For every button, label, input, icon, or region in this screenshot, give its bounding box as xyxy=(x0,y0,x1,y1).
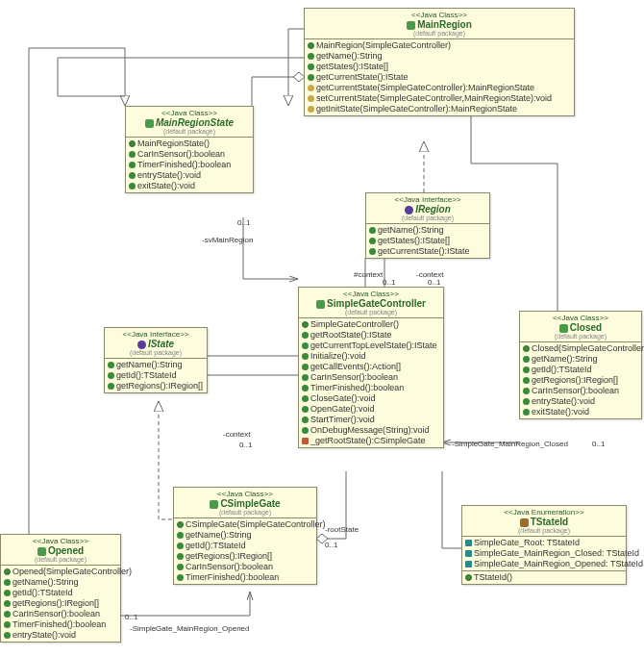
member: CSimpleGate(SimpleGateController) xyxy=(177,519,313,530)
public-icon xyxy=(177,574,184,581)
member: getCallEvents():Action[] xyxy=(302,362,440,372)
class-icon xyxy=(559,324,568,333)
stereotype-label: <<Java Class>> xyxy=(5,537,116,545)
class-name: IRegion xyxy=(370,204,485,214)
enum-literal: SimpleGate_Root: TStateId xyxy=(465,538,623,548)
public-icon xyxy=(369,248,376,255)
member: getName():String xyxy=(308,51,571,62)
edge-label-context: -context xyxy=(223,430,250,439)
stereotype-label: <<Java Interface>> xyxy=(370,195,485,204)
member: CarInSensor():boolean xyxy=(523,386,638,396)
public-icon xyxy=(302,395,309,402)
member: getId():TStateId xyxy=(523,365,638,375)
public-icon xyxy=(523,377,530,384)
edge-mult: 0..1 xyxy=(237,218,250,227)
member: getName():String xyxy=(4,577,117,588)
public-icon xyxy=(523,356,530,363)
class-name: SimpleGateController xyxy=(303,298,439,309)
package-label: (default package) xyxy=(178,509,312,516)
members: SimpleGateController()getRootState():ISt… xyxy=(299,318,443,447)
public-icon xyxy=(4,632,11,639)
edge-mult: 0..1 xyxy=(592,440,605,448)
class-icon xyxy=(145,119,154,128)
class-name: IState xyxy=(109,339,203,349)
package-label: (default package) xyxy=(466,527,622,534)
members: TStateId() xyxy=(462,571,626,584)
public-icon xyxy=(308,53,314,60)
member: getCurrentState(SimpleGateController):Ma… xyxy=(308,83,571,93)
member: OnDebugMessage(String):void xyxy=(302,425,440,436)
constructor-icon xyxy=(177,521,184,528)
edge-label-opened: -SimpleGate_MainRegion_Opened xyxy=(130,624,250,633)
literal-icon xyxy=(465,561,472,568)
constructor-icon xyxy=(302,321,309,328)
interface-istate: <<Java Interface>> IState (default packa… xyxy=(104,327,208,393)
public-icon xyxy=(4,621,11,628)
protected-icon xyxy=(308,85,314,91)
class-name: MainRegion xyxy=(309,19,570,30)
class-csimple-gate: <<Java Class>> CSimpleGate (default pack… xyxy=(173,487,317,585)
package-label: (default package) xyxy=(303,309,439,315)
package-label: (default package) xyxy=(5,556,116,563)
member: getRegions():IRegion[] xyxy=(4,598,117,609)
class-header: <<Java Enumeration>> TStateId (default p… xyxy=(462,506,626,537)
public-icon xyxy=(4,590,11,596)
class-header: <<Java Interface>> IRegion (default pack… xyxy=(366,193,489,224)
class-icon xyxy=(316,300,325,309)
member: TimerFinished():boolean xyxy=(129,160,250,170)
member: StartTimer():void xyxy=(302,415,440,425)
member: getId():TStateId xyxy=(177,541,313,551)
edge-label-rootstate: -rootState xyxy=(325,525,359,534)
class-header: <<Java Class>> CSimpleGate (default pack… xyxy=(174,488,316,518)
public-icon xyxy=(177,553,184,560)
edge-mult: 0..1 xyxy=(325,541,337,549)
class-main-region: <<Java Class>> MainRegion (default packa… xyxy=(304,8,575,116)
member: CarInSensor():boolean xyxy=(129,149,250,160)
public-icon xyxy=(108,362,114,368)
static-icon xyxy=(302,438,309,444)
members: CSimpleGate(SimpleGateController)getName… xyxy=(174,518,316,584)
constructor-icon xyxy=(4,568,11,575)
interface-icon xyxy=(405,206,413,214)
public-icon xyxy=(177,564,184,570)
stereotype-label: <<Java Class>> xyxy=(130,109,249,117)
interface-icon xyxy=(137,341,146,349)
constructor-icon xyxy=(308,42,314,49)
public-icon xyxy=(129,151,136,158)
class-icon xyxy=(37,547,46,556)
interface-iregion: <<Java Interface>> IRegion (default pack… xyxy=(365,192,490,259)
literal-icon xyxy=(465,550,472,557)
class-name: CSimpleGate xyxy=(178,498,312,509)
public-icon xyxy=(4,611,11,618)
class-name: MainRegionState xyxy=(130,117,249,128)
enum-literal: SimpleGate_MainRegion_Closed: TStateId xyxy=(465,548,623,559)
members: Closed(SimpleGateController)getName():St… xyxy=(520,342,641,418)
member: _getRootState():CSimpleGate xyxy=(302,436,440,446)
member: setCurrentState(SimpleGateController,Mai… xyxy=(308,93,571,104)
member: TimerFinished():boolean xyxy=(4,619,117,630)
member: entryState():void xyxy=(523,396,638,407)
member: getInitState(SimpleGateController):MainR… xyxy=(308,104,571,114)
enum-icon xyxy=(520,518,529,527)
edge-label-closed: -SimpleGate_MainRegion_Closed xyxy=(452,440,568,448)
class-header: <<Java Class>> MainRegion (default packa… xyxy=(305,9,574,39)
public-icon xyxy=(302,406,309,413)
public-icon xyxy=(523,409,530,416)
protected-icon xyxy=(308,106,314,113)
public-icon xyxy=(523,366,530,373)
public-icon xyxy=(4,600,11,607)
constructor-icon xyxy=(523,345,530,352)
members: getName():StringgetId():TStateIdgetRegio… xyxy=(105,359,207,392)
stereotype-label: <<Java Class>> xyxy=(309,11,570,19)
stereotype-label: <<Java Enumeration>> xyxy=(466,508,622,517)
member: exitState():void xyxy=(523,407,638,417)
members: MainRegionState()CarInSensor():booleanTi… xyxy=(126,138,253,192)
public-icon xyxy=(302,427,309,434)
public-icon xyxy=(308,63,314,70)
member: Closed(SimpleGateController) xyxy=(523,343,638,354)
class-closed: <<Java Class>> Closed (default package) … xyxy=(519,311,642,419)
public-icon xyxy=(523,388,530,394)
stereotype-label: <<Java Class>> xyxy=(178,490,312,498)
protected-icon xyxy=(308,95,314,102)
public-icon xyxy=(129,172,136,179)
